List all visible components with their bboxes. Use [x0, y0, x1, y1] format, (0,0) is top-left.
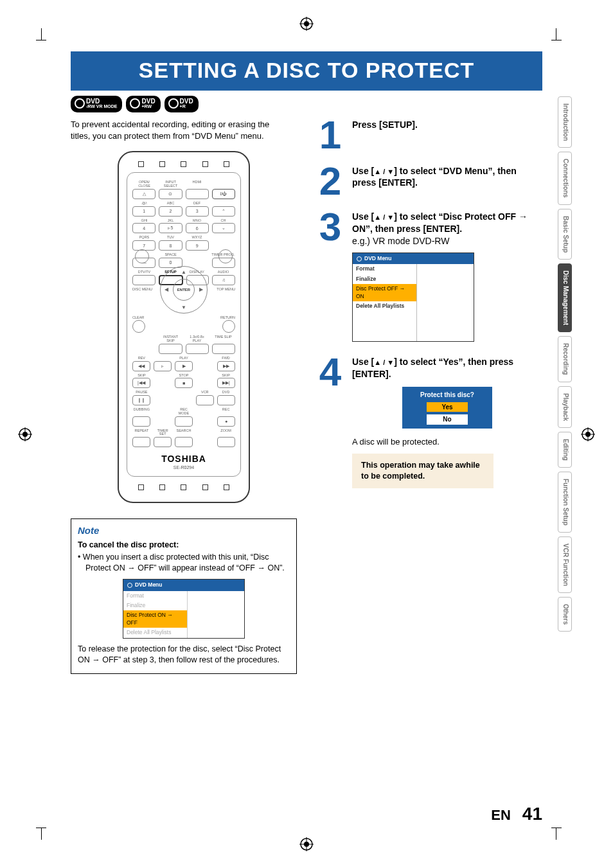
- stop-key: ■: [175, 378, 193, 388]
- pause-key: ❙❙: [132, 395, 150, 405]
- note-bullet: • When you insert a disc protected with …: [78, 552, 290, 574]
- digit-3-key: 3: [186, 206, 209, 217]
- page-footer: EN 41: [491, 804, 542, 824]
- osd-title-text: DVD Menu: [364, 255, 392, 262]
- tab-introduction[interactable]: Introduction: [558, 96, 572, 148]
- tab-recording[interactable]: Recording: [558, 336, 572, 382]
- digit-1-key: 1: [132, 206, 155, 217]
- osd-item-delete-playlists: Delete All Playlists: [123, 628, 187, 637]
- up-arrow-icon: ▲: [181, 269, 186, 275]
- svg-point-3: [304, 21, 309, 26]
- timer-set-key: [154, 437, 172, 447]
- note-osd-menu: DVD Menu Format Finalize Disc Protect ON…: [123, 579, 245, 639]
- dtv-tv-key: [132, 275, 155, 285]
- remote-bottom-dots: [130, 484, 237, 490]
- note-release-text: To release the protection for the disc, …: [78, 644, 290, 666]
- badge-sub: +RW: [141, 104, 155, 109]
- crop-mark: [41, 828, 42, 840]
- step-4: 4 Use [▲ / ▼] to select “Yes”, then pres…: [315, 356, 542, 488]
- footer-language: EN: [491, 807, 511, 824]
- tab-connections[interactable]: Connections: [558, 152, 572, 205]
- remote-illustration: OPEN/ CLOSEINPUT SELECTHDMI △ ⊙ I/⏻ .@/:…: [118, 151, 250, 503]
- svg-point-7: [304, 842, 309, 847]
- disc-type-badges: DVD-RW VR MODE DVD+RW DVD+R: [71, 96, 542, 112]
- badge-sub: +R: [180, 104, 193, 109]
- page-title-banner: SETTING A DISC TO PROTECT: [71, 51, 542, 91]
- digit-4-key: 4: [132, 223, 155, 233]
- footer-page-number: 41: [522, 804, 542, 824]
- crop-mark: [36, 40, 46, 40]
- crop-mark: [556, 828, 556, 840]
- intro-text: To prevent accidental recording, editing…: [71, 119, 289, 142]
- enter-key: ENTER: [173, 279, 195, 301]
- repeat-key: [132, 437, 150, 447]
- open-close-key: △: [132, 189, 155, 199]
- digit-8-key: 8: [159, 240, 182, 251]
- tab-playback[interactable]: Playback: [558, 386, 572, 428]
- ch-down-key: ⌄: [212, 223, 235, 233]
- remote-model: SE-R0294: [132, 465, 235, 470]
- step-4-text: Use [▲ / ▼] to select “Yes”, then press …: [352, 356, 542, 380]
- note-panel: Note To cancel the disc protect: • When …: [71, 518, 297, 673]
- disc-menu-key: [135, 249, 149, 263]
- note-subheading: To cancel the disc protect:: [78, 540, 290, 551]
- digit-9-key: 9: [186, 240, 209, 251]
- tab-others[interactable]: Others: [558, 597, 572, 632]
- step-2-text: Use [▲ / ▼] to select “DVD Menu”, then p…: [352, 165, 542, 197]
- crop-mark: [36, 828, 46, 828]
- rec-key: ●: [217, 416, 235, 427]
- protect-question: Protect this disc?: [402, 391, 492, 400]
- top-menu-key: [218, 249, 233, 263]
- crop-mark: [41, 28, 42, 40]
- down-arrow-icon: ▼: [181, 305, 186, 310]
- dubbing-key: [132, 416, 150, 427]
- print-mark-left: [18, 427, 32, 441]
- tab-disc-management[interactable]: Disc Management: [558, 263, 572, 332]
- disc-icon: [357, 256, 362, 261]
- digit-5-key: ▹5: [159, 223, 182, 233]
- page-content: SETTING A DISC TO PROTECT DVD-RW VR MODE…: [71, 51, 542, 791]
- badge-dvd-plus-rw: DVD+RW: [126, 96, 160, 112]
- step-3-text: Use [▲ / ▼] to select “Disc Protect OFF …: [352, 211, 542, 235]
- protect-no: No: [427, 414, 468, 425]
- svg-point-15: [585, 432, 591, 437]
- step-3: 3 Use [▲ / ▼] to select “Disc Protect OF…: [315, 211, 542, 342]
- slow-key: ▹: [154, 361, 172, 371]
- right-arrow-icon: ▶: [199, 287, 203, 292]
- print-mark-bottom: [299, 837, 314, 851]
- badge-dvd-rw-vr: DVD-RW VR MODE: [71, 96, 122, 112]
- rec-mode-key: [175, 416, 193, 427]
- operation-warn-box: This operation may take awhile to be com…: [352, 454, 493, 488]
- tab-vcr-function[interactable]: VCR Function: [558, 536, 572, 593]
- step-1-text: Press [SETUP].: [352, 119, 542, 151]
- step-2: 2 Use [▲ / ▼] to select “DVD Menu”, then…: [315, 165, 542, 197]
- tab-function-setup[interactable]: Function Setup: [558, 472, 572, 533]
- osd-item-format: Format: [353, 264, 416, 274]
- tab-editing[interactable]: Editing: [558, 432, 572, 468]
- left-arrow-icon: ◀: [164, 287, 168, 292]
- hdmi-key: [186, 189, 209, 199]
- osd-item-disc-protect: Disc Protect ON → OFF: [123, 610, 187, 628]
- input-select-key: ⊙: [159, 189, 182, 199]
- crop-mark: [551, 40, 562, 40]
- return-key: [222, 320, 235, 333]
- badge-dvd-plus-r: DVD+R: [164, 96, 199, 112]
- zoom-key: [217, 437, 235, 447]
- tab-basic-setup[interactable]: Basic Setup: [558, 209, 572, 260]
- step-number: 1: [315, 119, 346, 151]
- step-3-osd: DVD Menu Format Finalize Disc Protect OF…: [352, 252, 474, 342]
- osd-item-disc-protect: Disc Protect OFF → ON: [353, 284, 416, 301]
- badge-sub: -RW VR MODE: [86, 104, 117, 109]
- clear-key: [132, 320, 145, 333]
- speed-play-key: [186, 344, 209, 354]
- step-3-subtext: e.g.) VR mode DVD-RW: [352, 235, 542, 247]
- crop-mark: [556, 28, 556, 40]
- osd-item-finalize: Finalize: [123, 601, 187, 610]
- crop-mark: [551, 828, 562, 828]
- step-1: 1 Press [SETUP].: [315, 119, 542, 151]
- protect-dialog: Protect this disc? Yes No: [402, 387, 492, 429]
- note-title: Note: [78, 524, 290, 537]
- disc-icon: [127, 583, 132, 588]
- osd-item-finalize: Finalize: [353, 274, 416, 284]
- print-mark-right: [581, 427, 595, 441]
